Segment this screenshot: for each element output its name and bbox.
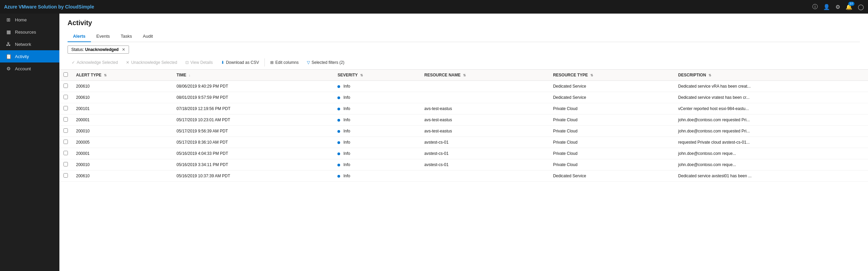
row-checkbox-2[interactable]: [63, 106, 68, 110]
cell-resource-name: [420, 92, 549, 103]
cell-alert-type: 200610: [72, 92, 172, 103]
status-filter-badge[interactable]: Status: Unacknowledged ✕: [68, 46, 129, 54]
select-all-header[interactable]: [59, 70, 72, 81]
download-csv-button[interactable]: ⬇ Download as CSV: [217, 58, 263, 67]
acknowledge-button[interactable]: ✓ Acknowledge Selected: [68, 58, 122, 67]
cell-time: 05/16/2019 10:37:39 AM PDT: [172, 170, 333, 182]
alerts-table: ALERT TYPE ⇅ TIME ↓ SEVERITY ⇅ RESOURC: [59, 70, 868, 182]
tab-audit[interactable]: Audit: [137, 31, 159, 42]
row-checkbox-cell[interactable]: [59, 81, 72, 92]
sort-severity-icon: ⇅: [360, 73, 363, 77]
row-checkbox-3[interactable]: [63, 117, 68, 122]
edit-columns-button[interactable]: ⊞ Edit columns: [266, 58, 303, 67]
row-checkbox-cell[interactable]: [59, 114, 72, 126]
cell-severity: Info: [333, 159, 420, 170]
network-icon: 🖧: [5, 41, 12, 47]
cell-resource-name: avstest-cs-01: [420, 137, 549, 148]
topbar-left: Azure VMware Solution by CloudSimple: [4, 4, 94, 10]
severity-dot: [337, 130, 340, 133]
row-checkbox-cell[interactable]: [59, 170, 72, 182]
severity-label: Info: [344, 118, 350, 122]
cell-description: requested Private cloud avstest-cs-01...: [674, 137, 868, 148]
sidebar-item-home[interactable]: ⊞ Home: [0, 14, 59, 26]
help-icon[interactable]: ⓘ: [812, 3, 818, 11]
col-time[interactable]: TIME ↓: [172, 70, 333, 81]
alerts-table-container: ALERT TYPE ⇅ TIME ↓ SEVERITY ⇅ RESOURC: [59, 70, 868, 271]
col-description[interactable]: DESCRIPTION ⇅: [674, 70, 868, 81]
sidebar-item-network[interactable]: 🖧 Network: [0, 38, 59, 50]
severity-dot: [337, 119, 340, 122]
cell-time: 05/17/2019 8:36:10 AM PDT: [172, 137, 333, 148]
cell-resource-name: avs-test-eastus: [420, 114, 549, 126]
toolbar: ✓ Acknowledge Selected ✕ Unacknowledge S…: [59, 57, 868, 70]
sidebar-item-activity[interactable]: 📋 Activity: [0, 50, 59, 62]
cell-resource-name: [420, 81, 549, 92]
cell-alert-type: 200101: [72, 103, 172, 114]
row-checkbox-cell[interactable]: [59, 103, 72, 114]
row-checkbox-8[interactable]: [63, 173, 68, 178]
col-resource-type[interactable]: RESOURCE TYPE ⇅: [549, 70, 674, 81]
cell-description: Dedicated service vratest has been cr...: [674, 92, 868, 103]
filter-icon: ▽: [307, 60, 310, 65]
cell-severity: Info: [333, 148, 420, 159]
row-checkbox-4[interactable]: [63, 128, 68, 133]
sidebar-item-resources-label: Resources: [15, 30, 36, 35]
tab-alerts[interactable]: Alerts: [68, 31, 91, 42]
col-resource-name[interactable]: RESOURCE NAME ⇅: [420, 70, 549, 81]
status-close-icon[interactable]: ✕: [122, 47, 125, 52]
tab-events[interactable]: Events: [91, 31, 115, 42]
cell-resource-type: Private Cloud: [549, 148, 674, 159]
severity-label: Info: [344, 84, 350, 89]
resources-icon: ▦: [5, 29, 12, 35]
status-label: Status:: [71, 47, 84, 52]
row-checkbox-cell[interactable]: [59, 92, 72, 103]
cell-severity: Info: [333, 92, 420, 103]
page-title: Activity: [68, 19, 860, 27]
cell-alert-type: 200010: [72, 126, 172, 137]
col-severity[interactable]: SEVERITY ⇅: [333, 70, 420, 81]
cell-alert-type: 200001: [72, 114, 172, 126]
table-row: 200610 05/16/2019 10:37:39 AM PDT Info D…: [59, 170, 868, 182]
main-layout: ⊞ Home ▦ Resources 🖧 Network 📋 Activity …: [0, 14, 868, 271]
select-all-checkbox[interactable]: [63, 72, 68, 77]
cell-time: 05/17/2019 9:56:39 AM PDT: [172, 126, 333, 137]
content-area: Activity Alerts Events Tasks Audit Statu…: [59, 14, 868, 271]
cell-resource-type: Private Cloud: [549, 159, 674, 170]
filter-bar: Status: Unacknowledged ✕: [59, 42, 868, 57]
row-checkbox-0[interactable]: [63, 84, 68, 88]
severity-dot: [337, 96, 340, 99]
activity-icon: 📋: [5, 54, 12, 59]
cell-resource-type: Private Cloud: [549, 114, 674, 126]
severity-dot: [337, 152, 340, 155]
unacknowledge-button[interactable]: ✕ Unacknowledge Selected: [122, 58, 181, 67]
cell-severity: Info: [333, 114, 420, 126]
table-row: 200010 05/17/2019 9:56:39 AM PDT Info av…: [59, 126, 868, 137]
row-checkbox-7[interactable]: [63, 162, 68, 166]
row-checkbox-6[interactable]: [63, 151, 68, 155]
sort-alert-type-icon: ⇅: [104, 73, 107, 77]
row-checkbox-cell[interactable]: [59, 126, 72, 137]
notifications-icon[interactable]: 🔔 37: [846, 4, 852, 10]
row-checkbox-cell[interactable]: [59, 148, 72, 159]
severity-dot: [337, 164, 340, 166]
account-icon[interactable]: ◯: [858, 4, 864, 10]
tab-tasks[interactable]: Tasks: [115, 31, 137, 42]
cell-resource-type: Dedicated Service: [549, 170, 674, 182]
row-checkbox-1[interactable]: [63, 95, 68, 99]
row-checkbox-5[interactable]: [63, 140, 68, 144]
cell-description: Dedicated service avstest01 has been ...: [674, 170, 868, 182]
cell-time: 08/01/2019 9:57:59 PM PDT: [172, 92, 333, 103]
download-icon: ⬇: [221, 60, 224, 65]
severity-label: Info: [344, 174, 350, 178]
selected-filters-button[interactable]: ▽ Selected filters (2): [303, 58, 349, 67]
sidebar-item-resources[interactable]: ▦ Resources: [0, 26, 59, 38]
sidebar-item-home-label: Home: [15, 17, 27, 22]
col-alert-type[interactable]: ALERT TYPE ⇅: [72, 70, 172, 81]
severity-label: Info: [344, 151, 350, 156]
user-circle-icon[interactable]: 👤: [823, 4, 830, 10]
settings-icon[interactable]: ⚙: [835, 4, 840, 10]
row-checkbox-cell[interactable]: [59, 137, 72, 148]
sidebar-item-account[interactable]: ⚙ Account: [0, 62, 59, 75]
view-details-button[interactable]: ⊡ View Details: [181, 58, 217, 67]
row-checkbox-cell[interactable]: [59, 159, 72, 170]
